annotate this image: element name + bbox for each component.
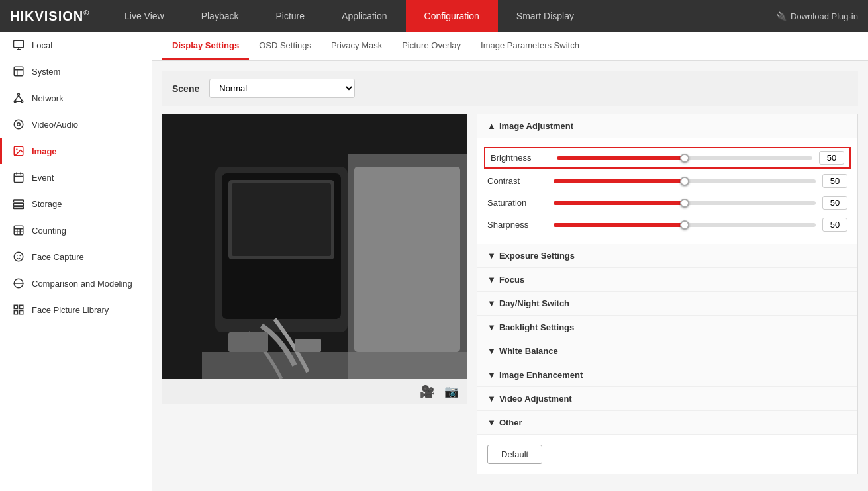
svg-rect-45 <box>228 332 268 352</box>
sharpness-label: Sharpness <box>487 220 547 230</box>
sidebar-item-storage[interactable]: Storage <box>0 191 152 217</box>
svg-point-28 <box>14 252 23 261</box>
brightness-label: Brightness <box>491 153 550 163</box>
accordion-header-focus[interactable]: ▼ Focus <box>477 268 857 291</box>
sharpness-value[interactable] <box>822 218 847 232</box>
svg-rect-3 <box>14 67 23 76</box>
saturation-track[interactable] <box>554 201 816 205</box>
sidebar-item-face-capture[interactable]: Face Capture <box>0 244 152 270</box>
sidebar-item-counting[interactable]: Counting <box>0 217 152 244</box>
storage-icon <box>12 197 25 210</box>
svg-point-13 <box>17 123 21 126</box>
accordion-header-white-balance[interactable]: ▼ White Balance <box>477 339 857 363</box>
snapshot-button[interactable]: 📷 <box>444 384 459 399</box>
scene-select[interactable]: NormalIndoorOutdoorNight <box>209 79 355 98</box>
accordion-header-day-night[interactable]: ▼ Day/Night Switch <box>477 292 857 315</box>
accordion-video-adjustment: ▼ Video Adjustment <box>477 387 857 411</box>
svg-line-9 <box>15 95 19 101</box>
contrast-thumb <box>680 177 689 186</box>
brightness-value[interactable] <box>819 151 844 165</box>
compare-icon <box>12 277 25 290</box>
svg-point-15 <box>16 148 17 150</box>
tab-display-settings[interactable]: Display Settings <box>162 32 249 60</box>
camera-container: 12-05-2022 Mon 15:12:52 PHILIPS <box>162 114 467 474</box>
accordion-white-balance: ▼ White Balance <box>477 339 857 363</box>
accordion-image-adjustment: ▲ Image Adjustment Brightness <box>477 114 857 244</box>
accordion-header-image-adjustment[interactable]: ▲ Image Adjustment <box>477 114 857 138</box>
sidebar-item-comparison-modeling[interactable]: Comparison and Modeling <box>0 270 152 296</box>
settings-panel: ▲ Image Adjustment Brightness <box>477 114 858 474</box>
svg-rect-21 <box>14 203 24 206</box>
saturation-value[interactable] <box>822 196 847 210</box>
svg-rect-44 <box>202 352 467 379</box>
svg-rect-22 <box>14 207 24 209</box>
video-record-button[interactable]: 🎥 <box>420 384 434 399</box>
saturation-row: Saturation <box>487 192 847 214</box>
accordion-header-backlight[interactable]: ▼ Backlight Settings <box>477 316 857 339</box>
svg-rect-35 <box>20 311 23 314</box>
nav-item-configuration[interactable]: Configuration <box>406 0 498 32</box>
chevron-down-icon-7: ▼ <box>487 394 496 404</box>
accordion-header-other[interactable]: ▼ Other <box>477 411 857 434</box>
download-plugin[interactable]: 🔌 Download Plug-in <box>766 11 868 21</box>
tab-privacy-mask[interactable]: Privacy Mask <box>321 32 392 60</box>
sharpness-row: Sharpness <box>487 214 847 236</box>
chevron-down-icon-2: ▼ <box>487 275 496 285</box>
svg-rect-16 <box>14 173 23 183</box>
nav-item-playback[interactable]: Playback <box>183 0 258 32</box>
svg-point-30 <box>20 255 21 257</box>
sidebar-label-system: System <box>32 67 60 77</box>
chevron-down-icon-6: ▼ <box>487 370 496 380</box>
image-icon <box>12 144 25 157</box>
accordion-exposure-settings: ▼ Exposure Settings <box>477 244 857 268</box>
puzzle-icon: 🔌 <box>776 11 787 21</box>
accordion-focus: ▼ Focus <box>477 268 857 292</box>
contrast-value[interactable] <box>822 174 847 188</box>
image-enhancement-title: Image Enhancement <box>499 370 583 380</box>
accordion-other: ▼ Other <box>477 411 857 435</box>
sidebar-item-system[interactable]: System <box>0 58 152 85</box>
svg-point-6 <box>18 93 20 95</box>
default-button[interactable]: Default <box>487 445 542 464</box>
sidebar-item-network[interactable]: Network <box>0 85 152 111</box>
nav-item-picture[interactable]: Picture <box>257 0 323 32</box>
focus-title: Focus <box>499 275 524 285</box>
contrast-track[interactable] <box>554 179 816 183</box>
system-icon <box>12 65 25 78</box>
svg-rect-36 <box>14 311 17 314</box>
saturation-thumb <box>680 199 689 208</box>
sidebar-label-face-library: Face Picture Library <box>32 305 109 315</box>
exposure-settings-title: Exposure Settings <box>499 251 575 261</box>
monitor-icon <box>12 38 25 52</box>
camera-image: 12-05-2022 Mon 15:12:52 PHILIPS <box>162 114 467 379</box>
sidebar-label-video-audio: Video/Audio <box>32 120 78 130</box>
chevron-down-icon-5: ▼ <box>487 346 496 356</box>
accordion-content-image-adjustment: Brightness Contrast <box>477 138 857 244</box>
camera-feed: 12-05-2022 Mon 15:12:52 PHILIPS <box>162 114 467 379</box>
accordion-day-night: ▼ Day/Night Switch <box>477 292 857 316</box>
tab-picture-overlay[interactable]: Picture Overlay <box>392 32 471 60</box>
main-layout: Local System Network Video/Audio Image <box>0 32 868 491</box>
sidebar-item-event[interactable]: Event <box>0 164 152 191</box>
tab-osd-settings[interactable]: OSD Settings <box>249 32 321 60</box>
sidebar-item-video-audio[interactable]: Video/Audio <box>0 111 152 138</box>
sidebar: Local System Network Video/Audio Image <box>0 32 152 491</box>
sidebar-label-storage: Storage <box>32 199 62 209</box>
nav-item-smart-display[interactable]: Smart Display <box>498 0 593 32</box>
accordion-header-exposure-settings[interactable]: ▼ Exposure Settings <box>477 244 857 267</box>
sidebar-item-local[interactable]: Local <box>0 32 152 58</box>
accordion-header-image-enhancement[interactable]: ▼ Image Enhancement <box>477 363 857 386</box>
contrast-label: Contrast <box>487 176 547 186</box>
saturation-fill <box>554 201 685 205</box>
accordion-header-video-adjustment[interactable]: ▼ Video Adjustment <box>477 387 857 410</box>
nav-item-application[interactable]: Application <box>323 0 406 32</box>
sidebar-item-image[interactable]: Image <box>0 138 152 164</box>
svg-rect-20 <box>14 200 24 202</box>
sharpness-track[interactable] <box>554 223 816 227</box>
brightness-track[interactable] <box>557 156 812 160</box>
nav-item-live-view[interactable]: Live View <box>106 0 183 32</box>
white-balance-title: White Balance <box>499 346 558 356</box>
sidebar-item-face-library[interactable]: Face Picture Library <box>0 296 152 323</box>
tab-image-params[interactable]: Image Parameters Switch <box>471 32 589 60</box>
logo-text: HIKVISION® <box>10 9 89 24</box>
